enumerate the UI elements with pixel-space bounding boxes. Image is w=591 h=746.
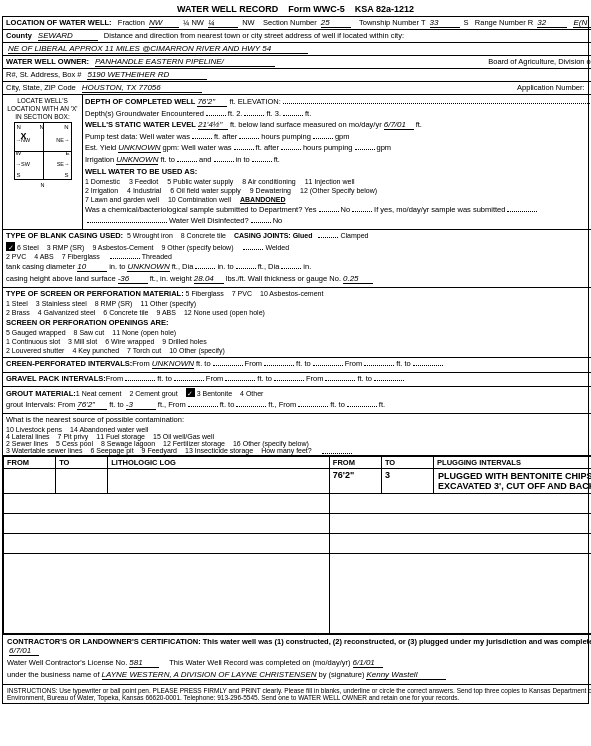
range-label: Range Number	[475, 18, 526, 27]
perforation-section: CREEN-PERFORATED INTERVALS: From UNKNOWN…	[3, 358, 591, 373]
business-label: under the business name of	[7, 670, 100, 679]
co6: 6 Concrete tile	[103, 309, 148, 316]
to1-cell	[56, 469, 108, 494]
drilled9: 9 Drilled holes	[162, 338, 206, 345]
of-label: NW	[191, 18, 204, 27]
direction-row: NE OF LIBERAL APPROX 11 MILES @CIMARRON …	[3, 43, 591, 56]
asbestos: 9 Asbestos-Cement	[92, 244, 153, 251]
other-casing: 9 Other (specify below)	[162, 244, 234, 251]
use-options2: 2 Irrigation 4 Industrial 6 Oil field wa…	[85, 187, 591, 194]
app-label: Application Number:	[517, 83, 585, 93]
instructions-section: INSTRUCTIONS: Use typewriter or ball poi…	[3, 684, 591, 703]
steel-label: 6 Steel	[17, 244, 39, 251]
grout-interval-row: grout Intervals: From 76'2" ft. to -3 ft…	[6, 400, 591, 410]
city-label: City, State, ZIP Code	[6, 83, 76, 93]
use-label-row: WELL WATER TO BE USED AS:	[85, 167, 591, 176]
ss3: 3 Stainless steel	[36, 300, 87, 307]
city-value: HOUSTON, TX 77056	[82, 83, 202, 93]
gravel-label: GRAVEL PACK INTERVALS:	[6, 374, 106, 383]
col-to1: TO	[56, 457, 108, 469]
use11: 11 Injection well	[305, 178, 355, 185]
gravel-row1: GRAVEL PACK INTERVALS: From ft. to From …	[6, 374, 591, 383]
use4: 4 Industrial	[127, 187, 161, 194]
water-record-label: This Water Well Record was completed on …	[169, 658, 350, 667]
abs4: 4 ABS	[34, 253, 53, 260]
use9: 9 Dewatering	[250, 187, 291, 194]
pvc7: 7 PVC	[232, 290, 252, 297]
rmp3: 3 RMP (SR)	[47, 244, 85, 251]
none12: 12 None used (open hole)	[184, 309, 265, 316]
wire6: 6 Wire wrapped	[105, 338, 154, 345]
pump-label: Pump test data: Well water was	[85, 132, 190, 141]
fg5: 5 Fiberglass	[186, 290, 224, 297]
use3: 3 Feedlot	[129, 178, 158, 185]
fg7: 7 Fiberglass	[62, 253, 100, 260]
direction-value: NE OF LIBERAL APPROX 11 MILES @CIMARRON …	[8, 44, 308, 54]
disinfected-row: Water Well Disinfected? No	[85, 216, 591, 225]
col-from1: FROM	[4, 457, 56, 469]
screen-label: TYPE OF SCREEN OR PERFORATION MATERIAL:	[6, 289, 184, 298]
to-value-casing: UNKNOWN	[127, 262, 169, 272]
g5: 5 Gauged wrapped	[6, 329, 66, 336]
chem-label: Was a chemical/bacteriological sample su…	[85, 205, 317, 214]
use1: 1 Domestic	[85, 178, 120, 185]
form-title: WATER WELL RECORD	[177, 4, 278, 14]
cert-row3: under the business name of LAYNE WESTERN…	[7, 670, 591, 680]
casing-type-label: TYPE OF BLANK CASING USED:	[6, 231, 123, 240]
instructions-text: INSTRUCTIONS: Use typewriter or ball poi…	[7, 687, 591, 701]
openings-label: SCREEN OR PERFORATION OPENINGS ARE:	[6, 318, 169, 327]
table-row	[4, 554, 592, 634]
grout-to: -3	[126, 400, 156, 410]
rs-label: R#, St. Address, Box #	[6, 70, 81, 80]
od-label: tank casing diameter	[6, 262, 75, 271]
louver2: 2 Louvered shutter	[6, 347, 64, 354]
rmp8: 8 RMP (SR)	[95, 300, 133, 307]
welded: Welded	[265, 244, 289, 251]
grout-from: 76'2"	[77, 400, 107, 410]
casing-section: TYPE OF BLANK CASING USED: 5 Wrought iro…	[3, 230, 591, 288]
ab9: 9 ABS	[156, 309, 175, 316]
openings-row2: 5 Gauged wrapped 8 Saw cut 11 None (open…	[6, 329, 591, 336]
gw-label: Depth(s) Groundwater Encountered	[85, 109, 204, 118]
county-label: County	[6, 31, 32, 41]
litho-cell	[108, 469, 330, 494]
from1-cell	[4, 469, 56, 494]
dis-label: Water Well Disinfected?	[169, 216, 249, 225]
bentonite-checkbox: ✓	[186, 388, 195, 397]
owner-name: PANHANDLE EASTERN PIPELINE/	[95, 57, 275, 67]
city-row: City, State, ZIP Code HOUSTON, TX 77056 …	[3, 82, 591, 95]
key4: 4 Key punched	[72, 347, 119, 354]
table-row: 76'2" 3 PLUGGED WITH BENTONITE CHIPS, CA…	[4, 469, 592, 494]
nw-box-section: LOCATE WELL'S LOCATION WITH AN 'X' IN SE…	[3, 95, 83, 229]
col-litho: LITHOLOGIC LOG	[108, 457, 330, 469]
perf-label: CREEN-PERFORATED INTERVALS:	[6, 359, 132, 368]
col-plugging: PLUGGING INTERVALS	[434, 457, 591, 469]
frac-quarter2: ¼	[208, 18, 238, 28]
none11: 11 None (open hole)	[112, 329, 176, 336]
license-label: Water Well Contractor's License No.	[7, 658, 127, 667]
threaded: Threaded	[142, 253, 172, 260]
township-label: Township Number	[359, 18, 419, 27]
cont-options4: 3 Watertable sewer lines 6 Seepage pit 9…	[6, 447, 591, 454]
board-label: Board of Agriculture, Division of Water …	[488, 57, 591, 67]
wall-label: lbs./ft. Wall thickness or gauge No.	[226, 274, 341, 283]
gpm2-label: gpm: Well water was	[163, 143, 232, 152]
cert-row1: CONTRACTOR'S OR LANDOWNER'S CERTIFICATIO…	[7, 637, 591, 656]
address-row: R#, St. Address, Box # 5190 WETHEIHER RD	[3, 69, 591, 82]
mill3: 3 Mill slot	[68, 338, 97, 345]
license-value: 581	[129, 658, 159, 668]
use2: 2 Irrigation	[85, 187, 118, 194]
openings-row4: 2 Louvered shutter 4 Key punched 7 Torch…	[6, 347, 591, 354]
date-value: 6/7/01	[384, 120, 414, 130]
use-options: 1 Domestic 3 Feedlot 5 Public water supp…	[85, 178, 591, 185]
section-value: 25	[321, 18, 351, 28]
location-row: LOCATION OF WATER WELL: Fraction NW ¼ NW…	[3, 17, 591, 30]
plug-cell: PLUGGED WITH BENTONITE CHIPS, CASING EXC…	[434, 469, 591, 494]
use5: 5 Public water supply	[167, 178, 233, 185]
section-diagram: N N →NW NE→ N W E →SW SE→ S S	[14, 122, 72, 180]
grout-interval-label: grout Intervals: From	[6, 400, 75, 409]
saw8: 8 Saw cut	[74, 329, 105, 336]
cert-row2: Water Well Contractor's License No. 581 …	[7, 658, 591, 668]
other10: 10 Other (specify)	[169, 347, 225, 354]
openings-row: SCREEN OR PERFORATION OPENINGS ARE:	[6, 318, 591, 327]
